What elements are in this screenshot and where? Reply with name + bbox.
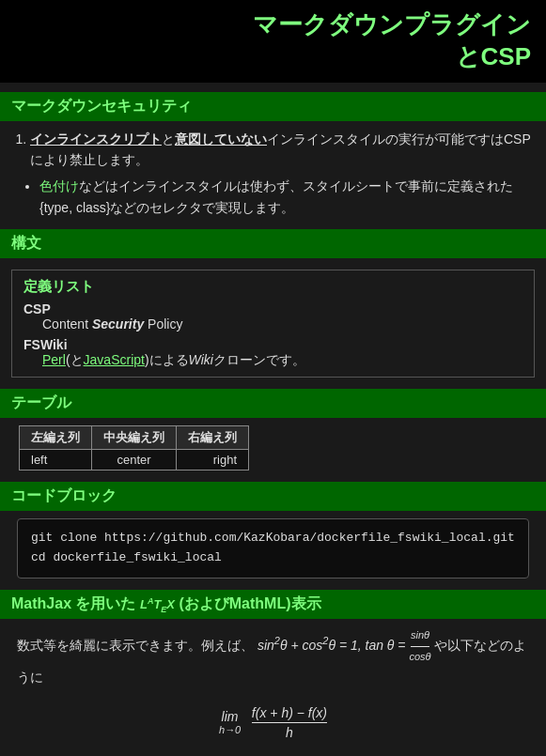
- unintended-text: 意図していない: [175, 131, 267, 147]
- security-italic: Security: [92, 316, 144, 332]
- security-section: マークダウンセキュリティ インラインスクリプトと意図していないインラインスタイル…: [0, 92, 546, 219]
- limit-symbol: lim h→0: [219, 709, 241, 735]
- inline-script-text: インラインスクリプト: [30, 131, 162, 147]
- security-bullet-item: 色付けなどはインラインスタイルは使わず、スタイルシートで事前に定義された{typ…: [39, 176, 535, 218]
- math-formula-inline: sin2θ + cos2θ = 1, tan θ = sinθ cosθ: [257, 638, 435, 653]
- deflist-heading: 定義リスト: [23, 278, 523, 296]
- limit-fraction: f(x + h) − f(x) h: [252, 705, 327, 740]
- cell-center: center: [92, 450, 177, 471]
- col-header-right: 右編え列: [177, 426, 249, 450]
- math-display-formula: lim h→0 f(x + h) − f(x) h: [11, 705, 535, 740]
- deflist-section: 定義リスト CSP Content Security Policy FSWiki…: [11, 270, 535, 378]
- table-heading: テーブル: [0, 389, 546, 418]
- math-heading: MathJax を用いた LATEX (およびMathML)表示: [0, 590, 546, 619]
- cell-left: left: [20, 450, 92, 471]
- def-term-csp: CSP: [23, 301, 523, 316]
- table-section: テーブル 左編え列 中央編え列 右編え列 left center right: [0, 389, 546, 471]
- cell-right: right: [177, 450, 249, 471]
- security-list-item: インラインスクリプトと意図していないインラインスタイルの実行が可能ですはCSPに…: [30, 129, 535, 171]
- math-section: MathJax を用いた LATEX (およびMathML)表示 数式等を綺麗に…: [0, 590, 546, 740]
- def-term-fswiki: FSWiki: [23, 337, 523, 352]
- latex-text: LATEX: [140, 597, 175, 611]
- security-bullet-list: 色付けなどはインラインスタイルは使わず、スタイルシートで事前に定義された{typ…: [11, 176, 535, 218]
- table-header-row: 左編え列 中央編え列 右編え列: [20, 426, 249, 450]
- security-heading: マークダウンセキュリティ: [0, 92, 546, 121]
- syntax-heading: 構文: [0, 229, 546, 258]
- security-list: インラインスクリプトと意図していないインラインスタイルの実行が可能ですはCSPに…: [11, 129, 535, 171]
- color-text: 色付け: [39, 178, 79, 193]
- data-table: 左編え列 中央編え列 右編え列 left center right: [19, 425, 249, 471]
- header-banner: マークダウンプラグイン とCSP: [0, 0, 546, 83]
- code-section: コードブロック git clone https://github.com/Kaz…: [0, 482, 546, 579]
- javascript-link[interactable]: JavaScript: [84, 352, 145, 367]
- perl-link[interactable]: Perl: [42, 352, 66, 367]
- wiki-italic: Wiki: [189, 352, 213, 367]
- col-header-left: 左編え列: [20, 426, 92, 450]
- code-line-2: cd dockerfile_fswiki_local: [31, 550, 222, 564]
- def-detail-csp: Content Security Policy: [23, 316, 523, 332]
- table-row: left center right: [20, 450, 249, 471]
- code-heading: コードブロック: [0, 482, 546, 511]
- math-description: 数式等を綺麗に表示できます。例えば、 sin2θ + cos2θ = 1, ta…: [17, 626, 529, 690]
- code-line-1: git clone https://github.com/KazKobara/d…: [31, 531, 515, 545]
- def-detail-fswiki: Perl(とJavaScript)によるWikiクローンです。: [23, 352, 523, 369]
- code-block: git clone https://github.com/KazKobara/d…: [17, 518, 529, 579]
- small-fraction-trig: sinθ cosθ: [409, 626, 430, 667]
- header-title: マークダウンプラグイン とCSP: [0, 9, 531, 73]
- syntax-section: 構文: [0, 229, 546, 258]
- col-header-center: 中央編え列: [92, 426, 177, 450]
